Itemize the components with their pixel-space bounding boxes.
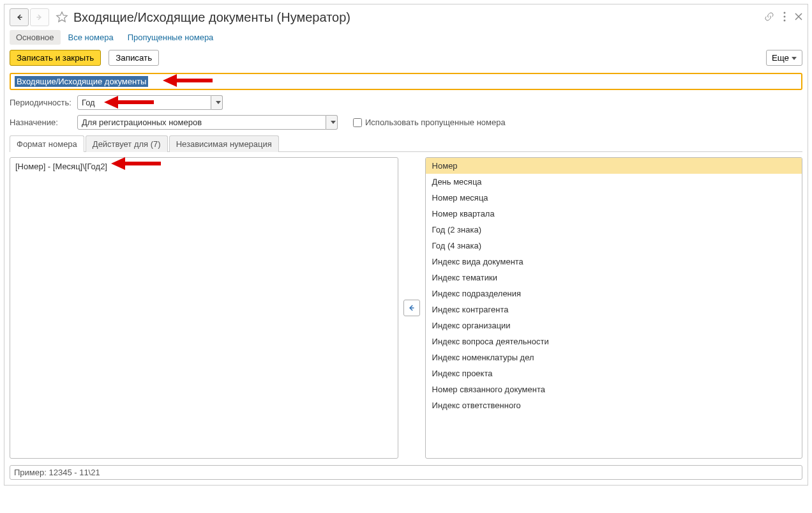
- list-item[interactable]: Номер квартала: [426, 206, 802, 222]
- list-item[interactable]: Индекс контрагента: [426, 302, 802, 318]
- list-item[interactable]: Номер связанного документа: [426, 381, 802, 397]
- nav-all-numbers[interactable]: Все номера: [62, 30, 120, 45]
- annotation-arrow-icon: [111, 157, 162, 171]
- list-item[interactable]: Индекс подразделения: [426, 286, 802, 302]
- favorite-star-icon[interactable]: [56, 11, 68, 24]
- purpose-label: Назначение:: [10, 118, 73, 127]
- close-icon[interactable]: [795, 13, 802, 22]
- list-item[interactable]: Год (4 знака): [426, 238, 802, 254]
- name-input[interactable]: Входящие/Исходящие документы: [11, 74, 801, 89]
- link-icon[interactable]: [764, 11, 774, 24]
- format-textarea[interactable]: [Номер] - [Месяц]\[Год2]: [10, 157, 398, 459]
- save-close-button[interactable]: Записать и закрыть: [10, 50, 101, 66]
- svg-point-0: [784, 11, 786, 13]
- more-button[interactable]: Еще: [766, 50, 802, 66]
- chevron-down-icon: [331, 121, 336, 124]
- purpose-select[interactable]: Для регистрационных номеров: [77, 115, 326, 130]
- list-item[interactable]: Индекс тематики: [426, 270, 802, 286]
- save-button[interactable]: Записать: [109, 50, 159, 66]
- list-item[interactable]: Индекс ответственного: [426, 397, 802, 413]
- back-button[interactable]: [10, 8, 29, 26]
- list-item[interactable]: День месяца: [426, 174, 802, 190]
- list-item[interactable]: Год (2 знака): [426, 222, 802, 238]
- use-skipped-checkbox[interactable]: Использовать пропущенные номера: [353, 118, 506, 127]
- list-item[interactable]: Индекс вида документа: [426, 254, 802, 270]
- chevron-down-icon: [792, 57, 797, 60]
- periodicity-select[interactable]: Год: [77, 95, 211, 110]
- list-item[interactable]: Индекс проекта: [426, 365, 802, 381]
- tab-independent[interactable]: Независимая нумерация: [169, 135, 279, 152]
- list-item[interactable]: Индекс номенклатуры дел: [426, 349, 802, 365]
- forward-button: [30, 8, 49, 26]
- list-item[interactable]: Номер месяца: [426, 190, 802, 206]
- periodicity-label: Периодичность:: [10, 98, 73, 107]
- tab-format[interactable]: Формат номера: [10, 135, 84, 152]
- example-output: Пример: 12345 - 11\21: [10, 465, 802, 480]
- components-list[interactable]: НомерДень месяцаНомер месяцаНомер кварта…: [425, 157, 802, 459]
- page-title: Входящие/Исходящие документы (Нумератор): [73, 10, 764, 25]
- move-left-button[interactable]: [403, 300, 420, 316]
- nav-main[interactable]: Основное: [10, 30, 61, 45]
- chevron-down-icon: [216, 101, 221, 104]
- list-item[interactable]: Индекс организации: [426, 318, 802, 333]
- purpose-dropdown-button[interactable]: [326, 115, 338, 130]
- tab-applies[interactable]: Действует для (7): [86, 135, 168, 152]
- periodicity-dropdown-button[interactable]: [211, 95, 223, 110]
- svg-point-2: [784, 19, 786, 21]
- svg-point-1: [784, 15, 786, 17]
- kebab-icon[interactable]: [783, 11, 786, 24]
- nav-skipped[interactable]: Пропущенные номера: [121, 30, 220, 45]
- list-item[interactable]: Номер: [426, 158, 802, 174]
- list-item[interactable]: Индекс вопроса деятельности: [426, 333, 802, 349]
